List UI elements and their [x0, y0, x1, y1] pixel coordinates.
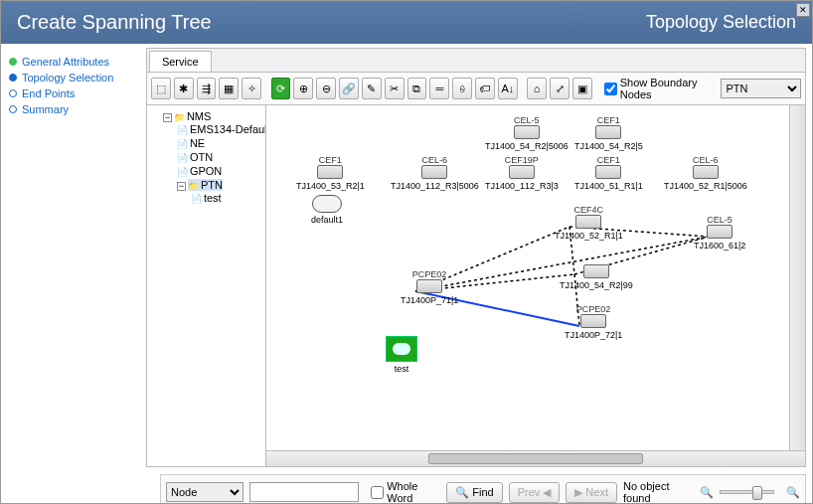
topo-node[interactable]: CEL-5TJ1400_54_R2|5006 [485, 115, 569, 151]
edit-icon[interactable]: ✎ [362, 78, 382, 99]
wizard-step[interactable]: General Attributes [9, 54, 138, 70]
topo-node[interactable]: default1 [311, 195, 343, 225]
tree-root[interactable]: −NMS EMS134-DefaultNEOTNGPON−PTNtest [163, 109, 263, 207]
find-prev-button[interactable]: Prev ◀ [509, 482, 561, 503]
copy-icon[interactable]: ⧉ [407, 78, 427, 99]
refresh-icon[interactable]: ⟳ [271, 78, 291, 99]
find-button[interactable]: 🔍 Find [446, 482, 502, 503]
tab-strip: Service [147, 49, 805, 73]
topo-node[interactable]: PCPE02TJ1400P_71|1 [401, 269, 458, 305]
topology-canvas[interactable]: CEL-5TJ1400_54_R2|5006CEF1TJ1400_54_R2|5… [266, 105, 789, 450]
cut-icon[interactable]: ✂ [385, 78, 405, 99]
topo-node[interactable]: CEL-6TJ1400_52_R1|5006 [664, 155, 747, 191]
show-boundary-label: Show Boundary Nodes [620, 77, 719, 100]
zoom-out-icon[interactable]: ⊖ [316, 78, 336, 99]
page-subtitle: Topology Selection [646, 12, 796, 33]
page-title: Create Spanning Tree [17, 11, 212, 34]
find-bar: Node Whole Word 🔍 Find Prev ◀ ▶ Next No … [160, 474, 806, 504]
tree-node[interactable]: EMS134-Default [177, 122, 263, 136]
home-icon[interactable]: ⌂ [527, 78, 547, 99]
whole-word-input[interactable] [371, 486, 384, 499]
tree-node[interactable]: NE [177, 136, 263, 150]
zoom-out-small-icon[interactable]: 🔍 [700, 486, 714, 499]
line-icon[interactable]: ═ [429, 78, 449, 99]
topo-node[interactable]: TJ1400_54_R2|99 [560, 264, 633, 290]
tree-node-ptn[interactable]: −PTNtest [177, 178, 263, 206]
layout-radial-icon[interactable]: ✱ [174, 78, 194, 99]
layout-hier-icon[interactable]: ⇶ [197, 78, 217, 99]
wizard-step[interactable]: Topology Selection [9, 70, 138, 85]
topo-node[interactable]: test [386, 336, 417, 374]
show-boundary-checkbox[interactable]: Show Boundary Nodes [604, 77, 719, 100]
topo-node[interactable]: CEF4CTJ1400_52_R1|1 [555, 205, 623, 241]
zoom-in-icon[interactable]: ⊕ [293, 78, 313, 99]
topo-node[interactable]: CEF1TJ1400_53_R2|1 [296, 155, 365, 191]
tree-leaf[interactable]: test [191, 191, 263, 205]
main-panel: Service ⬚ ✱ ⇶ ▦ ✧ ⟳ ⊕ ⊖ 🔗 ✎ ✂ ⧉ ═ ⍬ 🏷 A↓… [146, 48, 806, 467]
link-icon[interactable]: 🔗 [339, 78, 359, 99]
topo-node[interactable]: CEL-6TJ1400_112_R3|5006 [391, 155, 479, 191]
find-status: No object found [623, 480, 694, 504]
topo-node[interactable]: CEL-5TJ1600_61|2 [694, 215, 745, 251]
window-close-button[interactable]: ✕ [796, 3, 810, 17]
whole-word-checkbox[interactable]: Whole Word [371, 480, 440, 504]
vertical-scrollbar[interactable] [789, 105, 805, 450]
show-boundary-input[interactable] [604, 83, 617, 95]
layout-tree-icon[interactable]: ⬚ [151, 78, 171, 99]
titlebar: Create Spanning Tree Topology Selection [1, 1, 812, 44]
toolbar: ⬚ ✱ ⇶ ▦ ✧ ⟳ ⊕ ⊖ 🔗 ✎ ✂ ⧉ ═ ⍬ 🏷 A↓ ⌂ ⤢ ▣ S… [147, 73, 805, 105]
expand-icon[interactable]: ▣ [572, 78, 592, 99]
zoom-slider[interactable] [720, 490, 774, 494]
topo-node[interactable]: CEF19PTJ1400_112_R3|3 [485, 155, 559, 191]
layout-grid-icon[interactable]: ▦ [219, 78, 239, 99]
tag-icon[interactable]: 🏷 [475, 78, 495, 99]
tree-node[interactable]: GPON [177, 164, 263, 178]
tree-node[interactable]: OTN [177, 150, 263, 164]
horizontal-scrollbar[interactable] [266, 450, 805, 466]
nav-tree: −NMS EMS134-DefaultNEOTNGPON−PTNtest [147, 105, 266, 466]
domain-select[interactable]: PTN [721, 79, 800, 98]
find-type-select[interactable]: Node [166, 482, 244, 502]
find-input[interactable] [249, 482, 359, 502]
topo-node[interactable]: CEF1TJ1400_51_R1|1 [574, 155, 643, 191]
link2-icon[interactable]: ⍬ [452, 78, 472, 99]
topo-node[interactable]: PCPE02TJ1400P_72|1 [565, 304, 622, 340]
zoom-in-small-icon[interactable]: 🔍 [786, 486, 800, 499]
text-icon[interactable]: A↓ [498, 78, 518, 99]
layout-mesh-icon[interactable]: ✧ [242, 78, 261, 99]
wizard-step[interactable]: End Points [9, 85, 138, 101]
tab-service[interactable]: Service [149, 51, 212, 72]
find-next-button[interactable]: ▶ Next [566, 482, 617, 503]
fit-icon[interactable]: ⤢ [550, 78, 569, 99]
topo-node[interactable]: CEF1TJ1400_54_R2|5 [574, 115, 643, 151]
wizard-nav: General AttributesTopology SelectionEnd … [1, 44, 146, 471]
wizard-step[interactable]: Summary [9, 101, 138, 117]
